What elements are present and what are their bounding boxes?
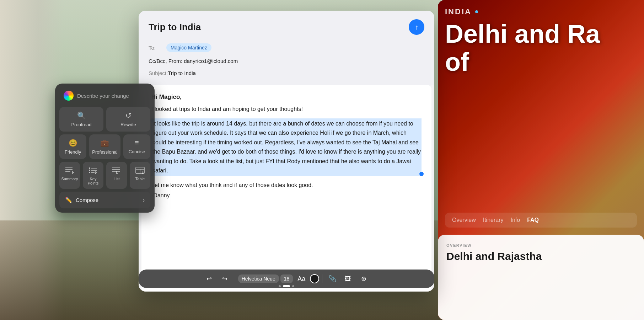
font-size-picker[interactable]: 18: [280, 274, 293, 283]
font-name-picker[interactable]: Helvetica Neue: [238, 274, 279, 283]
ai-search-row: Describe your change: [59, 88, 150, 103]
professional-button[interactable]: 💼 Professional: [89, 134, 120, 159]
more-button[interactable]: ⊕: [356, 272, 371, 285]
ai-panel: Describe your change 🔍 Proofread ↺ Rewri…: [55, 84, 155, 213]
key-points-label: Key Points: [84, 177, 102, 185]
india-heading: Delhi and Ra of: [445, 20, 644, 76]
table-button[interactable]: Table: [130, 162, 150, 189]
summary-button[interactable]: Summary: [59, 162, 80, 189]
svg-point-3: [89, 167, 90, 169]
cc-field-row: Cc/Bcc, From: danyrico1@icloud.com: [149, 55, 424, 67]
professional-label: Professional: [92, 149, 118, 155]
toolbar-sep-2: [322, 274, 322, 283]
ai-format-row: Summary Key Points: [59, 162, 150, 189]
toolbar-dot-1: [279, 285, 281, 287]
india-nav-info[interactable]: Info: [510, 217, 520, 223]
list-icon: [111, 165, 122, 175]
email-title-row: Trip to India ↑: [149, 19, 424, 35]
undo-button[interactable]: ↩: [202, 272, 216, 285]
email-window: Trip to India ↑ To: Magico Martinez Cc/B…: [139, 11, 434, 292]
proofread-label: Proofread: [71, 122, 91, 127]
india-nav-faq[interactable]: FAQ: [527, 217, 539, 223]
india-title-area: INDIA Delhi and Ra of: [445, 7, 644, 76]
cc-bcc-value: Cc/Bcc, From: danyrico1@icloud.com: [149, 58, 238, 64]
email-salutation: Hi Magico,: [151, 94, 422, 101]
india-panel: INDIA Delhi and Ra of Overview Itinerary…: [438, 0, 644, 320]
ai-search-placeholder[interactable]: Describe your change: [77, 93, 129, 99]
concise-button[interactable]: ≡ Concise: [123, 134, 150, 159]
list-button[interactable]: List: [106, 162, 127, 189]
india-overview-label: OVERVIEW: [446, 243, 635, 247]
svg-point-5: [89, 170, 90, 171]
text-format-button[interactable]: Aa: [294, 272, 308, 285]
friendly-icon: 😊: [69, 139, 77, 147]
summary-label: Summary: [61, 177, 78, 181]
proofread-button[interactable]: 🔍 Proofread: [59, 107, 103, 132]
font-name-label: Helvetica Neue: [242, 276, 275, 282]
ai-proofread-rewrite-row: 🔍 Proofread ↺ Rewrite: [59, 107, 150, 132]
india-nav-itinerary[interactable]: Itinerary: [483, 217, 504, 223]
india-dot-icon: [475, 10, 478, 13]
friendly-button[interactable]: 😊 Friendly: [59, 134, 86, 159]
summary-icon: [64, 165, 75, 175]
concise-icon: ≡: [135, 139, 139, 147]
compose-chevron-icon: ›: [143, 197, 145, 203]
text-color-button[interactable]: [310, 274, 319, 283]
rewrite-icon: ↺: [125, 111, 132, 120]
ai-tone-row: 😊 Friendly 💼 Professional ≡ Concise: [59, 134, 150, 159]
table-label: Table: [135, 177, 145, 181]
toolbar-dot-2: [283, 285, 290, 287]
aa-icon: Aa: [297, 275, 305, 283]
ai-icon: [64, 91, 74, 101]
email-header: Trip to India ↑ To: Magico Martinez Cc/B…: [139, 11, 434, 85]
compose-pencil-icon: ✏️: [65, 197, 72, 203]
email-title: Trip to India: [149, 22, 201, 33]
toolbar-sep-1: [235, 274, 235, 283]
india-nav-overview[interactable]: Overview: [452, 217, 476, 223]
subject-value[interactable]: Trip to India: [168, 70, 196, 76]
send-icon: ↑: [415, 23, 418, 31]
compose-row[interactable]: ✏️ Compose ›: [59, 192, 150, 208]
compose-left: ✏️ Compose: [65, 197, 98, 203]
image-button[interactable]: 🖼: [341, 272, 355, 285]
key-points-icon: [87, 165, 99, 175]
proofread-icon: 🔍: [77, 111, 86, 120]
attachment-button[interactable]: 📎: [325, 272, 339, 285]
compose-label: Compose: [76, 197, 98, 203]
email-signature: -Danny: [151, 192, 422, 199]
email-intro: I looked at trips to India and am hoping…: [151, 105, 422, 113]
email-selected-text[interactable]: It looks like the trip is around 14 days…: [151, 118, 422, 176]
rewrite-label: Rewrite: [120, 122, 136, 127]
toolbar-dot-3: [292, 285, 294, 287]
email-closing: Let me know what you think and if any of…: [151, 181, 422, 190]
concise-label: Concise: [128, 149, 145, 154]
send-button[interactable]: ↑: [409, 19, 424, 35]
redo-button[interactable]: ↪: [218, 272, 232, 285]
professional-icon: 💼: [100, 139, 109, 147]
list-label: List: [113, 177, 119, 181]
key-points-button[interactable]: Key Points: [83, 162, 103, 189]
rewrite-button[interactable]: ↺ Rewrite: [106, 107, 150, 132]
font-size-label: 18: [284, 276, 290, 282]
subject-field-row: Subject: Trip to India: [149, 67, 424, 79]
table-icon: [134, 165, 146, 175]
india-country-label: INDIA: [445, 7, 472, 16]
selection-handle-bottom: [419, 172, 424, 176]
toolbar-dots: [139, 285, 434, 287]
india-nav: Overview Itinerary Info FAQ: [445, 213, 637, 228]
subject-label: Subject:: [149, 70, 168, 76]
india-overview-title: Delhi and Rajastha: [446, 250, 635, 262]
friendly-label: Friendly: [65, 149, 81, 155]
to-label: To:: [149, 45, 166, 51]
recipient-tag[interactable]: Magico Martinez: [166, 43, 211, 52]
email-body[interactable]: Hi Magico, I looked at trips to India an…: [141, 85, 431, 292]
india-overview-section: OVERVIEW Delhi and Rajastha: [438, 235, 644, 320]
svg-point-7: [89, 172, 90, 173]
to-field-row: To: Magico Martinez: [149, 41, 424, 55]
